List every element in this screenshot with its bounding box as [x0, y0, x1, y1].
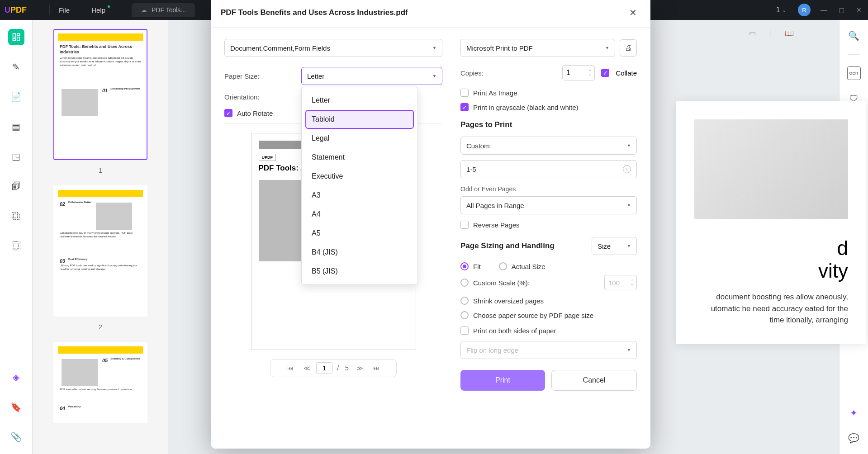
present-icon[interactable]: ▭	[749, 29, 756, 38]
thumbnail-page-1[interactable]: PDF Tools: Benefits and Uses Across Indu…	[53, 29, 147, 160]
user-avatar[interactable]: R	[798, 4, 811, 16]
paper-size-option-a5[interactable]: A5	[305, 224, 414, 243]
grayscale-checkbox[interactable]: ✓	[460, 103, 469, 111]
svg-rect-0	[13, 34, 15, 38]
left-toolbar: ✎ 📄 ▤ ◳ 🗐 ⿻ ⿴ ◈ 🔖 📎	[0, 20, 33, 454]
thumbnail-page-3[interactable]: 05Security & Compliance PDF tools offer …	[53, 342, 147, 423]
copies-spinner[interactable]: 1	[562, 65, 595, 80]
divider	[49, 5, 50, 15]
paper-size-option-executive[interactable]: Executive	[305, 167, 414, 186]
next-page-button[interactable]: ≫	[353, 364, 367, 372]
collate-checkbox[interactable]: ✓	[601, 69, 609, 77]
paper-size-option-letter[interactable]: Letter	[305, 91, 414, 110]
both-sides-checkbox[interactable]	[460, 326, 469, 335]
comment-icon[interactable]: 💬	[847, 431, 861, 445]
highlight-tool-icon[interactable]: ✎	[8, 59, 24, 75]
content-type-dropdown[interactable]: Document,Comment,Form Fields	[224, 39, 442, 57]
paper-size-option-b4[interactable]: B4 (JIS)	[305, 243, 414, 262]
minimize-button[interactable]: —	[819, 5, 829, 15]
compare-tool-icon[interactable]: ⿴	[8, 238, 24, 254]
both-sides-label: Print on both sides of paper	[473, 327, 556, 335]
paper-size-option-a4[interactable]: A4	[305, 205, 414, 224]
paper-source-radio[interactable]	[460, 311, 469, 319]
prev-page-button[interactable]: ≪	[300, 364, 313, 372]
custom-scale-label: Custom Scale (%):	[473, 279, 600, 287]
document-tab[interactable]: ☁ PDF Tools...	[132, 3, 195, 17]
doc-heading: d vity	[694, 237, 848, 282]
preview-pager: ⏮ ≪ / 5 ≫ ⏭	[270, 359, 397, 377]
thumbnail-page-2[interactable]: 02Collaborate Better Collaboration is ke…	[53, 185, 147, 317]
search-icon[interactable]: 🔍	[847, 29, 861, 43]
custom-scale-radio[interactable]	[460, 279, 469, 287]
bookmark-icon[interactable]: 🔖	[8, 399, 24, 415]
redact-tool-icon[interactable]: ⿻	[8, 208, 24, 224]
page-range-input[interactable]: 1-5 i	[460, 160, 637, 178]
edit-text-tool-icon[interactable]: 📄	[8, 89, 24, 105]
printer-settings-button[interactable]: 🖨	[620, 39, 637, 57]
copies-label: Copies:	[460, 69, 556, 77]
custom-scale-spinner[interactable]: 100	[604, 275, 637, 290]
svg-rect-3	[13, 38, 15, 40]
current-page-input[interactable]	[316, 362, 332, 374]
print-button[interactable]: Print	[460, 370, 545, 391]
preview-logo: UPDF	[259, 154, 276, 161]
doc-hero-image	[694, 119, 848, 219]
fit-radio[interactable]	[460, 262, 469, 270]
first-page-button[interactable]: ⏮	[284, 364, 297, 372]
print-as-image-label: Print As Image	[473, 89, 517, 97]
paper-size-option-statement[interactable]: Statement	[305, 148, 414, 167]
paper-size-dropdown[interactable]: Letter	[301, 67, 442, 85]
doc-body-text: document boosting res allow aneously, ut…	[694, 291, 848, 326]
shrink-radio[interactable]	[460, 297, 469, 305]
titlebar-page-indicator[interactable]: 1 ⌄	[776, 6, 786, 14]
auto-rotate-checkbox[interactable]: ✓	[224, 109, 232, 117]
dialog-title: PDF Tools Benefits and Uses Across Indus…	[221, 8, 408, 17]
reader-icon[interactable]: 📖	[785, 29, 794, 38]
close-window-button[interactable]: ✕	[854, 5, 863, 15]
crop-tool-icon[interactable]: ◳	[8, 148, 24, 165]
thumbnails-tool-icon[interactable]	[8, 29, 24, 45]
print-right-panel: Microsoft Print to PDF 🖨 Copies: 1 ✓ Col…	[460, 39, 637, 440]
document-page: d vity document boosting res allow aneou…	[676, 101, 866, 344]
paper-size-option-legal[interactable]: Legal	[305, 129, 414, 148]
chevron-down-icon: ⌄	[782, 7, 786, 13]
printer-dropdown[interactable]: Microsoft Print to PDF	[460, 39, 615, 57]
cancel-button[interactable]: Cancel	[551, 370, 637, 391]
maximize-button[interactable]: ▢	[837, 5, 846, 15]
auto-rotate-label: Auto Rotate	[237, 109, 273, 117]
last-page-button[interactable]: ⏭	[370, 364, 383, 372]
thumb-header-bar	[58, 346, 143, 354]
reverse-pages-label: Reverse Pages	[473, 221, 520, 229]
paper-size-option-b5[interactable]: B5 (JIS)	[305, 262, 414, 281]
layers-icon[interactable]: ◈	[8, 369, 24, 385]
paper-size-options-list: Letter Tabloid Legal Statement Executive…	[301, 87, 418, 285]
odd-even-dropdown[interactable]: All Pages in Range	[460, 196, 637, 214]
thumb-image	[62, 359, 98, 386]
pages-mode-dropdown[interactable]: Custom	[460, 137, 637, 155]
actual-size-radio[interactable]	[499, 262, 507, 270]
print-dialog: PDF Tools Benefits and Uses Across Indus…	[211, 0, 650, 449]
shrink-label: Shrink oversized pages	[473, 297, 544, 305]
paper-size-option-a3[interactable]: A3	[305, 186, 414, 205]
sizing-mode-dropdown[interactable]: Size	[592, 237, 637, 255]
print-left-panel: Document,Comment,Form Fields Paper Size:…	[224, 39, 442, 440]
thumb-header-bar	[58, 33, 143, 41]
thumb-image	[96, 203, 132, 230]
organize-tool-icon[interactable]: 🗐	[8, 178, 24, 194]
total-pages: 5	[345, 364, 349, 372]
cloud-icon: ☁	[141, 6, 147, 14]
attachment-icon[interactable]: 📎	[8, 429, 24, 445]
menu-file[interactable]: File	[59, 6, 70, 14]
info-icon[interactable]: i	[623, 165, 631, 173]
ai-icon[interactable]: ✦	[847, 406, 861, 420]
close-dialog-button[interactable]: ✕	[629, 7, 637, 18]
page-tool-icon[interactable]: ▤	[8, 118, 24, 135]
reverse-pages-checkbox[interactable]	[460, 221, 469, 229]
print-as-image-checkbox[interactable]	[460, 89, 469, 97]
ocr-icon[interactable]: OCR	[847, 66, 861, 80]
menu-help[interactable]: Help	[91, 6, 105, 14]
logo-u: U	[5, 5, 10, 15]
thumb-image	[62, 89, 98, 116]
paper-size-option-tabloid[interactable]: Tabloid	[305, 110, 414, 129]
flip-dropdown: Flip on long edge	[460, 341, 637, 359]
